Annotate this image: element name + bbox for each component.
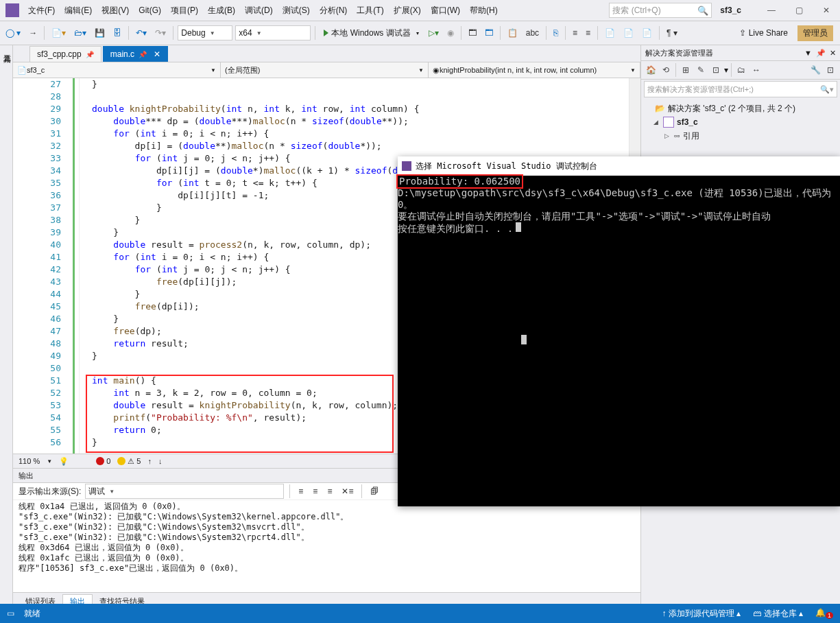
save-all-button[interactable]: 🗄 (110, 27, 124, 39)
out-ico2[interactable]: ≡ (310, 485, 320, 497)
se-tb3[interactable]: ✎ (694, 63, 708, 77)
redo-button[interactable]: ↷▾ (152, 27, 169, 39)
se-toolbar: 🏠 ⟲ ⊞ ✎ ⊡▾ 🗂 ↔ 🔧 ⊡ (641, 61, 840, 80)
se-dropdown-icon[interactable]: ▼ (804, 49, 812, 57)
nav-scope-function[interactable]: ◉ knightProbability(int n, int k, int ro… (429, 62, 640, 78)
console-titlebar[interactable]: 选择 Microsoft Visual Studio 调试控制台 (398, 156, 840, 176)
output-text[interactable]: 线程 0x1a4 已退出, 返回值为 0 (0x0)。 "sf3_c.exe"(… (13, 500, 640, 592)
main-menu: 文件(F)编辑(E)视图(V)Git(G)项目(P)生成(B)调试(D)测试(S… (23, 5, 609, 16)
stop-button[interactable]: ◉ (444, 27, 457, 39)
menu-item[interactable]: 分析(N) (315, 5, 352, 16)
save-button[interactable]: 💾 (92, 27, 108, 39)
solution-tree[interactable]: 📂 解决方案 'sf3_c' (2 个项目, 共 2 个) ◢ sf3_c ▷▫… (641, 99, 840, 145)
menu-item[interactable]: 生成(B) (203, 5, 240, 16)
se-home-icon[interactable]: 🏠 (644, 63, 658, 77)
menu-item[interactable]: 编辑(E) (60, 5, 97, 16)
toolbar: ◯ ▾ → 📄▾ 🗁▾ 💾 🗄 ↶▾ ↷▾ Debug▼ x64▼ 本地 Win… (0, 21, 840, 45)
se-search-input[interactable]: 搜索解决方案资源管理器(Ctrl+;)🔍▾ (644, 81, 837, 97)
tb-ico4[interactable]: abc (523, 27, 542, 39)
out-ico3[interactable]: ≡ (324, 485, 335, 497)
se-tb1[interactable]: ⟲ (659, 63, 673, 77)
admin-badge: 管理员 (797, 25, 833, 41)
nav-scope-global[interactable]: (全局范围)▼ (221, 62, 429, 78)
tb-ico8[interactable]: 📄 (602, 27, 618, 39)
tb-ico1[interactable]: 🗔 (466, 27, 479, 39)
console-body[interactable]: Probability: 0.062500 D:\mysetup\gopath\… (398, 176, 840, 258)
status-src-ctrl[interactable]: ↑ 添加到源代码管理 ▴ (662, 608, 741, 620)
se-wrench-icon[interactable]: 🔧 (808, 63, 822, 77)
error-count[interactable]: 0 (96, 457, 110, 465)
run-no-debug-button[interactable]: ▷▾ (426, 27, 442, 39)
live-share-button[interactable]: ⇪ Live Share (732, 28, 795, 38)
se-pin-icon[interactable]: 📌 (816, 49, 826, 58)
open-button[interactable]: 🗁▾ (71, 27, 89, 39)
tb-ico5[interactable]: ⎘ (551, 27, 561, 39)
menu-item[interactable]: 测试(S) (278, 5, 315, 16)
debug-console-window[interactable]: 选择 Microsoft Visual Studio 调试控制台 Probabi… (398, 156, 840, 506)
tb-ico9[interactable]: 📄 (621, 27, 636, 39)
tree-refs: ▷▫▫ 引用 (645, 129, 836, 143)
tb-ico7[interactable]: ≡ (583, 27, 593, 39)
out-ico4[interactable]: ✕≡ (339, 485, 356, 497)
se-tb5[interactable]: 🗂 (734, 63, 748, 77)
status-ready: 就绪 (24, 608, 40, 620)
project-name: sf3_c (720, 5, 741, 15)
menu-item[interactable]: 窗口(W) (426, 5, 465, 16)
file-tab[interactable]: main.c📌✕ (103, 46, 168, 62)
se-tb4[interactable]: ⊡ (709, 63, 723, 77)
platform-combo[interactable]: x64▼ (235, 25, 311, 40)
se-tb7[interactable]: ⊡ (824, 63, 837, 77)
status-repo[interactable]: 🗃 选择仓库 ▴ (753, 608, 803, 620)
menu-item[interactable]: 扩展(X) (389, 5, 426, 16)
output-source-combo[interactable]: 调试▼ (85, 484, 284, 499)
minimize-button[interactable]: — (758, 0, 785, 21)
tb-ico3[interactable]: 📋 (505, 27, 520, 39)
nav-fwd-button[interactable]: → (26, 27, 40, 39)
undo-button[interactable]: ↶▾ (133, 27, 149, 39)
warning-count[interactable]: ⚠ 5 (117, 457, 141, 466)
se-tb2[interactable]: ⊞ (679, 63, 693, 77)
tb-ico11[interactable]: ¶ ▾ (664, 27, 680, 39)
console-cursor (516, 222, 521, 232)
menu-item[interactable]: 视图(V) (97, 5, 134, 16)
file-tab[interactable]: sf3_cpp.cpp📌 (29, 46, 101, 62)
se-title: 解决方案资源管理器 ▼ 📌 ✕ (641, 45, 840, 61)
menu-item[interactable]: 工具(T) (352, 5, 388, 16)
close-button[interactable]: ✕ (813, 0, 840, 21)
left-toolbox-tab[interactable]: 工具箱 (0, 45, 13, 608)
status-bell-icon[interactable]: 🔔1 (815, 608, 833, 619)
se-tb6[interactable]: ↔ (749, 63, 763, 77)
tb-ico10[interactable]: 📄 (639, 27, 655, 39)
se-close-icon[interactable]: ✕ (830, 49, 836, 58)
console-highlight: Probability: 0.062500 (398, 176, 522, 187)
tree-solution-root: 📂 解决方案 'sf3_c' (2 个项目, 共 2 个) (645, 102, 836, 115)
new-item-button[interactable]: 📄▾ (49, 27, 69, 39)
menu-item[interactable]: 文件(F) (23, 5, 60, 16)
nav-up-button[interactable]: ↑ (147, 457, 152, 465)
lightbulb-icon[interactable]: 💡 (59, 457, 69, 466)
menu-item[interactable]: 调试(D) (240, 5, 278, 16)
search-input[interactable]: 搜索 (Ctrl+Q) 🔍 (609, 3, 712, 18)
maximize-button[interactable]: ▢ (785, 0, 813, 21)
search-icon: 🔍 (697, 5, 708, 16)
console-title: 选择 Microsoft Visual Studio 调试控制台 (416, 161, 597, 172)
zoom-level[interactable]: 110 % (19, 457, 40, 465)
window-buttons: — ▢ ✕ (758, 0, 840, 21)
vs-logo-icon (5, 3, 19, 17)
menu-item[interactable]: 帮助(H) (465, 5, 503, 16)
nav-scope-project[interactable]: 📄 sf3_c▼ (13, 62, 221, 78)
out-ico5[interactable]: 🗐 (368, 485, 381, 497)
run-button[interactable]: 本地 Windows 调试器▾ (320, 27, 422, 39)
tb-ico6[interactable]: ≡ (570, 27, 580, 39)
tb-ico2[interactable]: 🗔 (482, 27, 496, 39)
titlebar: 文件(F)编辑(E)视图(V)Git(G)项目(P)生成(B)调试(D)测试(S… (0, 0, 840, 21)
nav-down-button[interactable]: ↓ (158, 457, 163, 465)
menu-item[interactable]: 项目(P) (166, 5, 203, 16)
out-ico1[interactable]: ≡ (296, 485, 306, 497)
tree-project: ◢ sf3_c (645, 115, 836, 129)
menu-item[interactable]: Git(G) (134, 5, 166, 15)
nav-back-button[interactable]: ◯ ▾ (3, 27, 23, 39)
config-combo[interactable]: Debug▼ (178, 25, 232, 40)
file-tabs: sf3_cpp.cpp📌main.c📌✕ (13, 45, 640, 62)
status-icon: ▭ (7, 609, 14, 618)
